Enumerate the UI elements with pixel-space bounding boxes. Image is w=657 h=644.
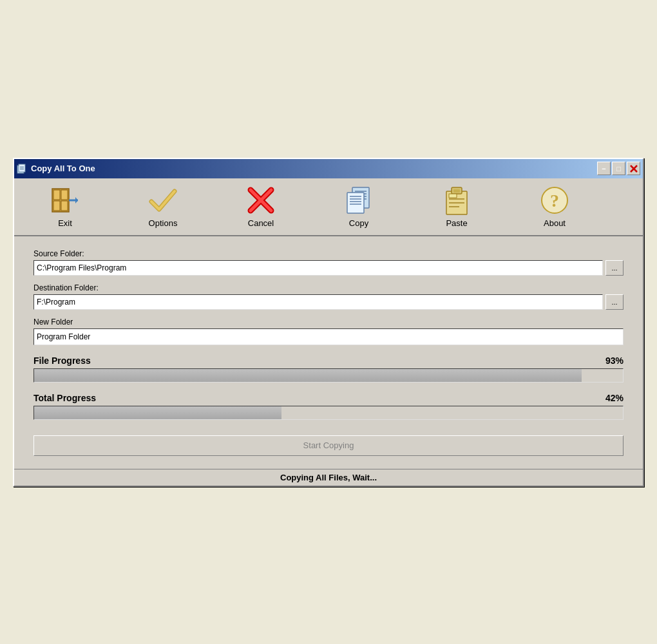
start-copying-button[interactable]: Start Copying xyxy=(33,435,624,456)
exit-label: Exit xyxy=(58,218,72,228)
svg-marker-13 xyxy=(75,197,78,204)
options-button[interactable]: Options xyxy=(115,181,211,232)
close-button[interactable] xyxy=(627,162,640,175)
cancel-button[interactable]: Cancel xyxy=(213,181,309,232)
toolbar: Exit Options xyxy=(14,178,643,236)
title-bar-left: Copy All To One xyxy=(17,164,95,174)
source-folder-row: ... xyxy=(33,260,624,276)
source-folder-label: Source Folder: xyxy=(33,249,624,258)
title-buttons: − □ xyxy=(597,162,640,175)
file-progress-header: File Progress 93% xyxy=(33,355,624,366)
total-progress-section: Total Progress 42% xyxy=(33,393,624,420)
paste-label: Paste xyxy=(446,218,467,228)
total-progress-percent: 42% xyxy=(605,393,624,403)
svg-rect-34 xyxy=(449,194,457,198)
window-title: Copy All To One xyxy=(31,164,95,173)
total-progress-header: Total Progress 42% xyxy=(33,393,624,403)
destination-browse-button[interactable]: ... xyxy=(605,294,624,310)
options-label: Options xyxy=(149,218,178,228)
source-browse-button[interactable]: ... xyxy=(605,260,624,276)
svg-rect-10 xyxy=(53,201,60,211)
new-folder-group: New Folder xyxy=(33,317,624,345)
about-icon: ? xyxy=(539,185,570,216)
total-progress-title: Total Progress xyxy=(33,393,96,403)
destination-folder-input[interactable] xyxy=(33,294,603,310)
svg-rect-8 xyxy=(53,190,60,200)
status-bar: Copying All Files, Wait... xyxy=(14,469,643,486)
svg-rect-11 xyxy=(61,201,68,211)
exit-icon xyxy=(50,185,81,216)
minimize-button[interactable]: − xyxy=(597,162,611,175)
cancel-label: Cancel xyxy=(248,218,274,228)
total-progress-bar xyxy=(33,406,624,420)
destination-folder-row: ... xyxy=(33,294,624,310)
file-progress-bar xyxy=(33,368,624,383)
destination-folder-label: Destination Folder: xyxy=(33,283,624,292)
svg-rect-23 xyxy=(347,193,364,213)
app-icon xyxy=(17,164,27,174)
about-label: About xyxy=(544,218,566,228)
main-window: Copy All To One − □ xyxy=(13,158,644,487)
options-icon xyxy=(148,185,178,216)
new-folder-label: New Folder xyxy=(33,317,624,327)
main-content: Source Folder: ... Destination Folder: .… xyxy=(14,236,643,469)
source-folder-group: Source Folder: ... xyxy=(33,249,624,276)
svg-rect-30 xyxy=(453,189,460,193)
file-progress-title: File Progress xyxy=(33,355,91,366)
svg-text:?: ? xyxy=(550,191,559,211)
total-progress-fill xyxy=(34,406,281,419)
maximize-button[interactable]: □ xyxy=(612,162,625,175)
paste-button[interactable]: Paste xyxy=(408,181,505,232)
about-button[interactable]: ? About xyxy=(506,181,603,232)
new-folder-input[interactable] xyxy=(33,328,624,345)
file-progress-section: File Progress 93% xyxy=(33,355,624,383)
file-progress-fill xyxy=(34,369,582,382)
paste-icon xyxy=(441,185,472,216)
cancel-icon xyxy=(245,185,276,216)
copy-label: Copy xyxy=(349,218,368,228)
file-progress-percent: 93% xyxy=(605,355,624,366)
title-bar: Copy All To One − □ xyxy=(14,159,643,178)
status-text: Copying All Files, Wait... xyxy=(280,473,377,482)
copy-button[interactable]: Copy xyxy=(310,181,407,232)
exit-button[interactable]: Exit xyxy=(17,181,113,232)
svg-rect-9 xyxy=(61,190,68,200)
copy-icon xyxy=(343,185,374,216)
destination-folder-group: Destination Folder: ... xyxy=(33,283,624,310)
source-folder-input[interactable] xyxy=(33,260,603,276)
